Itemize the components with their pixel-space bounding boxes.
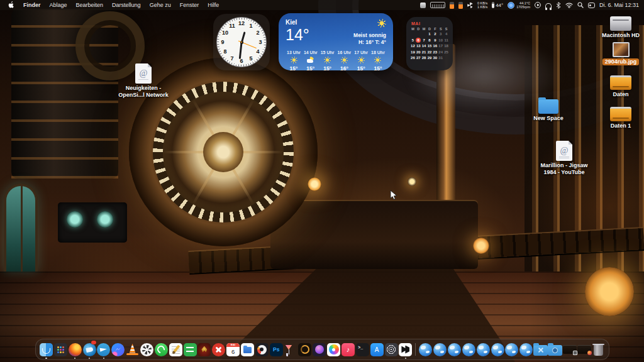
dock-item-firefox[interactable] — [68, 339, 82, 359]
dock-item-gold-ring-app[interactable] — [297, 339, 312, 359]
dock-item-terminal[interactable]: >_ — [355, 339, 370, 359]
menu-gehe-zu[interactable]: Gehe zu — [145, 2, 175, 8]
wifi-icon[interactable] — [565, 3, 573, 8]
playback-icon[interactable] — [535, 2, 541, 8]
dock-item-finder[interactable] — [39, 339, 53, 359]
dock-item-green-list-app[interactable] — [183, 339, 197, 359]
dock-item-photos[interactable] — [326, 339, 341, 359]
calendar-day-cell[interactable]: 21 — [421, 50, 427, 55]
calendar-day-cell[interactable]: 6 — [416, 38, 421, 43]
dock-item-daisydisk[interactable] — [255, 339, 269, 359]
calendar-day-cell[interactable]: 9 — [432, 38, 438, 43]
dock-item-spiral-app[interactable] — [384, 339, 399, 359]
dock-item-whatsapp[interactable] — [154, 339, 169, 359]
calendar-day-cell[interactable]: 5 — [410, 38, 416, 43]
dock-item-chatgpt[interactable] — [140, 339, 154, 359]
calendar-day-cell[interactable]: 12 — [410, 43, 416, 49]
calendar-day-cell[interactable]: 24 — [438, 50, 443, 55]
calendar-day-cell[interactable]: 18 — [443, 43, 449, 49]
calendar-day-cell[interactable]: 11 — [443, 38, 449, 43]
dock-item-web-link-8[interactable] — [519, 339, 533, 359]
menu-bearbeiten[interactable]: Bearbeiten — [72, 2, 108, 8]
dock-item-web-link-7[interactable] — [505, 339, 519, 359]
menu-darstellung[interactable]: Darstellung — [108, 2, 145, 8]
spotlight-icon[interactable] — [577, 2, 584, 8]
desktop-icon-marillion[interactable]: @ Marillion - Jigsaw 1984 - YouTube — [531, 141, 597, 176]
menu-extra-icon[interactable] — [588, 3, 595, 8]
calendar-day-cell[interactable]: 16 — [432, 43, 438, 49]
dock-item-minimized-window-1[interactable] — [562, 339, 577, 359]
dock-item-textedit[interactable] — [169, 339, 183, 359]
calendar-widget[interactable]: MAI MDMDFSS12345678910111213141516171819… — [406, 17, 453, 70]
menubar-app-icon[interactable] — [420, 3, 426, 8]
weather-widget[interactable]: Kiel 14° Meist sonnig H: 16° T: 4° 13 Uh… — [279, 13, 393, 70]
calendar-day-cell[interactable] — [421, 31, 427, 37]
menu-fenster[interactable]: Fenster — [175, 2, 204, 8]
calendar-day-cell[interactable]: 7 — [421, 38, 427, 43]
calendar-day-cell[interactable]: 26 — [410, 55, 416, 61]
calendar-day-cell[interactable]: 8 — [427, 38, 433, 43]
calendar-day-cell[interactable]: 15 — [427, 43, 433, 49]
calendar-day-cell[interactable]: 25 — [443, 50, 449, 55]
bluetooth-icon[interactable] — [556, 2, 561, 9]
headphones-icon[interactable] — [545, 3, 552, 8]
menu-ablage[interactable]: Ablage — [45, 2, 72, 8]
calendar-day-cell[interactable] — [410, 31, 416, 37]
dock-item-thunderbird[interactable] — [82, 339, 97, 359]
dock-item-purple-sphere-app[interactable] — [312, 339, 326, 359]
calendar-day-cell[interactable]: 27 — [416, 55, 421, 61]
network-speed[interactable]: 0 KB/s 1 KB/s — [477, 1, 487, 9]
dock-item-messenger[interactable] — [111, 339, 125, 359]
dock-item-red-cross-app[interactable] — [211, 339, 226, 359]
apple-menu[interactable] — [6, 1, 16, 9]
desktop-icon-2904rub[interactable]: 2904rub.jpg — [597, 42, 644, 65]
desktop-icon-macintosh-hd[interactable]: Macintosh HD — [597, 16, 644, 39]
calendar-day-cell[interactable]: 22 — [427, 50, 433, 55]
dock-item-minimized-window-2[interactable] — [577, 339, 591, 359]
dock-item-capcut[interactable] — [398, 339, 413, 359]
calendar-day-cell[interactable]: 23 — [432, 50, 438, 55]
dock-item-calendar[interactable]: MAI6 — [226, 339, 240, 359]
fan-icon[interactable] — [467, 3, 473, 8]
calendar-day-cell[interactable]: 30 — [432, 55, 438, 61]
dock-item-cocktail-app[interactable] — [284, 339, 298, 359]
calendar-day-cell[interactable]: 13 — [416, 43, 421, 49]
dock-item-web-link-3[interactable] — [447, 339, 462, 359]
dock-item-web-link-1[interactable] — [418, 339, 433, 359]
istat-sensors[interactable]: 44.1°C 1705rpm — [508, 1, 530, 9]
dock-item-utilities-folder[interactable] — [533, 339, 548, 359]
dock-item-phoenix-game[interactable] — [197, 339, 211, 359]
desktop-icon-daten-1[interactable]: Daten 1 — [597, 107, 644, 129]
calendar-day-cell[interactable]: 10 — [438, 38, 443, 43]
dock-item-web-link-6[interactable] — [491, 339, 505, 359]
dock-item-photoshop[interactable]: Ps — [269, 339, 284, 359]
temp-badge[interactable]: 44° — [492, 2, 503, 8]
calendar-day-cell[interactable] — [416, 31, 421, 37]
calendar-day-cell[interactable] — [443, 55, 449, 61]
calendar-day-cell[interactable]: 2 — [432, 31, 438, 37]
desktop-icon-new-space[interactable]: New Space — [523, 99, 574, 122]
sensor-bar-icon-2[interactable] — [458, 2, 463, 9]
dock-item-vlc[interactable] — [125, 339, 140, 359]
dock-item-telegram[interactable] — [96, 339, 111, 359]
dock-item-web-link-5[interactable] — [476, 339, 491, 359]
calendar-day-cell[interactable]: 4 — [443, 31, 449, 37]
calendar-day-cell[interactable]: 17 — [438, 43, 443, 49]
cpu-history-graph-icon[interactable] — [430, 2, 445, 8]
dock-item-trash[interactable] — [591, 339, 606, 359]
calendar-day-cell[interactable]: 14 — [421, 43, 427, 49]
dock-item-web-link-2[interactable] — [433, 339, 447, 359]
menu-finder[interactable]: Finder — [19, 2, 45, 8]
dock-item-app-store[interactable]: A — [370, 339, 384, 359]
calendar-day-cell[interactable]: 20 — [416, 50, 421, 55]
desktop-icon-daten[interactable]: Daten — [597, 75, 644, 98]
dock-item-music[interactable]: ♪ — [341, 339, 355, 359]
menubar-clock[interactable]: Di. 6. Mai 12:31 — [599, 2, 639, 8]
calendar-day-cell[interactable]: 29 — [427, 55, 433, 61]
sensor-bar-icon-1[interactable] — [450, 2, 454, 9]
desktop-icon-neuigkeiten[interactable]: @ Neuigkeiten - OpenSi...l Network — [113, 63, 174, 99]
calendar-day-cell[interactable]: 19 — [410, 50, 416, 55]
menu-hilfe[interactable]: Hilfe — [203, 2, 223, 8]
calendar-day-cell[interactable]: 28 — [421, 55, 427, 61]
dock-item-documents-app[interactable] — [240, 339, 255, 359]
